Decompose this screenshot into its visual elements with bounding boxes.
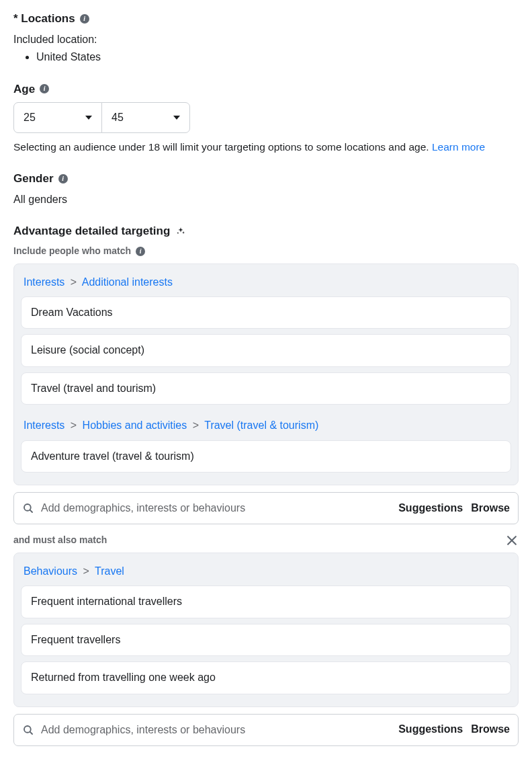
also-match-label: and must also match bbox=[13, 534, 107, 547]
breadcrumb-item[interactable]: Interests bbox=[24, 276, 64, 288]
info-icon[interactable]: i bbox=[136, 247, 145, 256]
targeting-chip[interactable]: Leisure (social concept) bbox=[21, 334, 511, 366]
detailed-targeting-label: Advantage detailed targeting bbox=[13, 223, 170, 239]
age-max-select[interactable]: 45 bbox=[101, 102, 190, 133]
breadcrumb: Interests > Hobbies and activities > Tra… bbox=[21, 410, 511, 440]
learn-more-link[interactable]: Learn more bbox=[432, 141, 485, 153]
include-targeting-box: Interests > Additional interests Dream V… bbox=[13, 264, 519, 485]
locations-label: * Locations bbox=[13, 11, 75, 27]
search-icon bbox=[22, 502, 34, 514]
targeting-chip[interactable]: Travel (travel and tourism) bbox=[21, 372, 511, 405]
age-helper-text: Selecting an audience under 18 will limi… bbox=[13, 140, 519, 155]
age-label: Age bbox=[13, 81, 35, 97]
breadcrumb-sep: > bbox=[83, 565, 89, 577]
breadcrumb-item[interactable]: Hobbies and activities bbox=[83, 419, 187, 431]
svg-line-1 bbox=[30, 510, 32, 512]
info-icon[interactable]: i bbox=[40, 84, 49, 93]
gender-header: Gender i bbox=[13, 171, 519, 187]
included-location-label: Included location: bbox=[13, 32, 519, 47]
breadcrumb-sep: > bbox=[71, 419, 77, 431]
breadcrumb: Behaviours > Travel bbox=[21, 560, 511, 585]
browse-button[interactable]: Browse bbox=[471, 501, 510, 516]
chevron-down-icon bbox=[85, 116, 92, 120]
age-helper-prefix: Selecting an audience under 18 will limi… bbox=[13, 141, 432, 153]
targeting-chip[interactable]: Frequent international travellers bbox=[21, 585, 511, 618]
close-icon[interactable] bbox=[505, 534, 519, 547]
breadcrumb-item[interactable]: Interests bbox=[24, 419, 64, 431]
also-targeting-box: Behaviours > Travel Frequent internation… bbox=[13, 553, 519, 707]
breadcrumb-item[interactable]: Travel (travel & tourism) bbox=[204, 419, 318, 431]
targeting-chip[interactable]: Adventure travel (travel & tourism) bbox=[21, 440, 511, 473]
browse-button[interactable]: Browse bbox=[471, 722, 510, 737]
age-max-value: 45 bbox=[112, 110, 124, 125]
breadcrumb-sep: > bbox=[71, 276, 77, 288]
also-match-row: and must also match bbox=[13, 534, 519, 547]
targeting-chip[interactable]: Dream Vacations bbox=[21, 296, 511, 329]
also-search-input[interactable] bbox=[41, 724, 392, 736]
age-min-value: 25 bbox=[24, 110, 36, 125]
include-search-input[interactable] bbox=[41, 502, 392, 514]
include-match-label: Include people who match i bbox=[13, 245, 519, 258]
detailed-targeting-header: Advantage detailed targeting bbox=[13, 223, 519, 239]
info-icon[interactable]: i bbox=[58, 174, 68, 184]
include-match-text: Include people who match bbox=[13, 245, 131, 258]
sparkle-icon bbox=[176, 227, 185, 236]
chevron-down-icon bbox=[173, 116, 180, 120]
also-search-row[interactable]: Suggestions Browse bbox=[13, 714, 519, 746]
breadcrumb-item[interactable]: Additional interests bbox=[82, 276, 173, 288]
age-range-selector: 25 45 bbox=[13, 102, 519, 133]
targeting-chip[interactable]: Returned from travelling one week ago bbox=[21, 661, 511, 694]
search-icon bbox=[22, 724, 34, 736]
locations-list: United States bbox=[13, 50, 519, 65]
search-actions: Suggestions Browse bbox=[398, 501, 510, 516]
info-icon[interactable]: i bbox=[80, 14, 89, 24]
suggestions-button[interactable]: Suggestions bbox=[398, 501, 463, 516]
breadcrumb-item[interactable]: Travel bbox=[95, 565, 124, 577]
age-header: Age i bbox=[13, 81, 519, 97]
suggestions-button[interactable]: Suggestions bbox=[398, 722, 463, 737]
locations-header: * Locations i bbox=[13, 11, 519, 27]
include-search-row[interactable]: Suggestions Browse bbox=[13, 492, 519, 524]
breadcrumb-item[interactable]: Behaviours bbox=[24, 565, 77, 577]
age-min-select[interactable]: 25 bbox=[13, 102, 102, 133]
svg-line-5 bbox=[30, 731, 32, 733]
gender-value: All genders bbox=[13, 192, 519, 207]
breadcrumb: Interests > Additional interests bbox=[21, 271, 511, 296]
targeting-chip[interactable]: Frequent travellers bbox=[21, 624, 511, 656]
list-item: United States bbox=[36, 50, 519, 65]
breadcrumb-sep: > bbox=[193, 419, 199, 431]
search-actions: Suggestions Browse bbox=[398, 722, 510, 737]
gender-label: Gender bbox=[13, 171, 54, 187]
